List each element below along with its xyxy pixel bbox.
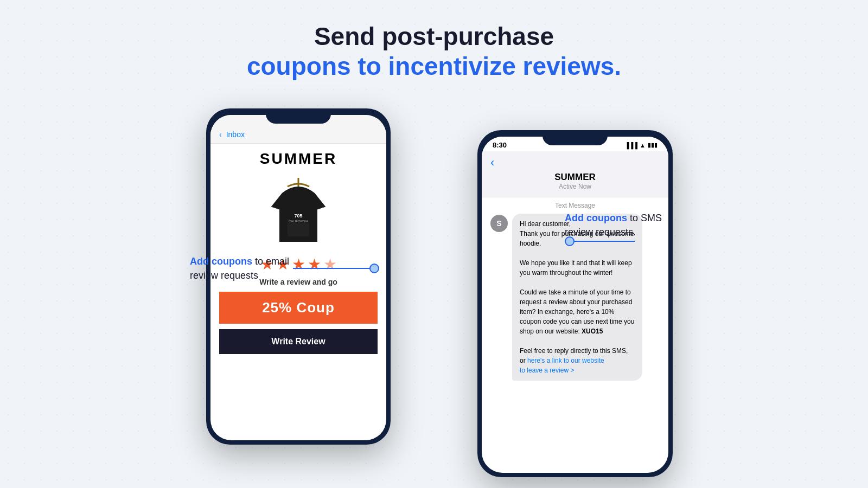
sms-avatar: S xyxy=(490,215,508,232)
status-time: 8:30 xyxy=(493,141,507,149)
phone-sms: 8:30 ▐▐▐ ▲ ▮▮▮ ‹ SUMMER Active Now Text … xyxy=(477,130,673,477)
write-review-btn-label: Write Review xyxy=(271,337,325,346)
star-4: ★ xyxy=(308,255,321,273)
annotation-left-text: Add coupons to emailreview requests xyxy=(190,255,289,282)
signal-icon: ▐▐▐ xyxy=(625,142,637,149)
annotation-right-text: Add coupons to SMSreview requests. xyxy=(565,211,662,239)
svg-rect-5 xyxy=(288,223,309,236)
annotation-right: Add coupons to SMSreview requests. xyxy=(565,211,662,239)
sms-header: ‹ SUMMER Active Now xyxy=(482,151,668,197)
sms-section-label: Text Message xyxy=(490,202,660,209)
annotation-right-highlight: Add coupons xyxy=(565,213,627,223)
svg-text:CALIFORNIA: CALIFORNIA xyxy=(289,220,308,223)
status-icons: ▐▐▐ ▲ ▮▮▮ xyxy=(625,142,658,149)
hoodie-image: 705 CALIFORNIA xyxy=(263,174,334,250)
phone-right-notch xyxy=(542,130,608,145)
write-review-button[interactable]: Write Review xyxy=(219,329,378,354)
email-body: SUMMER 705 CALIF xyxy=(210,144,386,361)
sms-message-text: Hi dear customer, Thank you for purchasi… xyxy=(520,219,635,375)
star-3: ★ xyxy=(292,255,305,273)
star-5: ★ xyxy=(323,255,337,273)
page-header: Send post-purchase coupons to incentiviz… xyxy=(247,22,621,81)
email-brand: SUMMER xyxy=(260,150,337,168)
sms-coupon-code: XUO15 xyxy=(582,328,603,335)
coupon-banner: 25% Coup xyxy=(219,292,378,324)
page-content: Send post-purchase coupons to incentiviz… xyxy=(0,0,868,466)
coupon-text: 25% Coup xyxy=(262,299,335,316)
wifi-icon: ▲ xyxy=(640,142,646,149)
back-arrow-icon: ‹ xyxy=(219,130,222,139)
svg-text:705: 705 xyxy=(294,213,302,219)
hoodie-svg: 705 CALIFORNIA xyxy=(266,177,331,247)
battery-icon: ▮▮▮ xyxy=(648,142,658,149)
annotation-left: Add coupons to emailreview requests xyxy=(190,255,289,282)
phone-left-notch xyxy=(266,108,331,124)
sms-link[interactable]: here's a link to our websiteto leave a r… xyxy=(520,357,604,374)
phones-area: Add coupons to emailreview requests Add … xyxy=(163,98,705,466)
header-title-line2: coupons to incentivize reviews. xyxy=(247,52,621,81)
header-title-line1: Send post-purchase xyxy=(247,22,621,52)
inbox-label: Inbox xyxy=(226,130,245,139)
sms-brand-name: SUMMER xyxy=(554,172,596,183)
sms-active-status: Active Now xyxy=(559,183,591,190)
sms-back-arrow[interactable]: ‹ xyxy=(490,156,494,170)
phone-right-screen: 8:30 ▐▐▐ ▲ ▮▮▮ ‹ SUMMER Active Now Text … xyxy=(482,137,668,473)
annotation-left-highlight: Add coupons xyxy=(190,256,252,267)
